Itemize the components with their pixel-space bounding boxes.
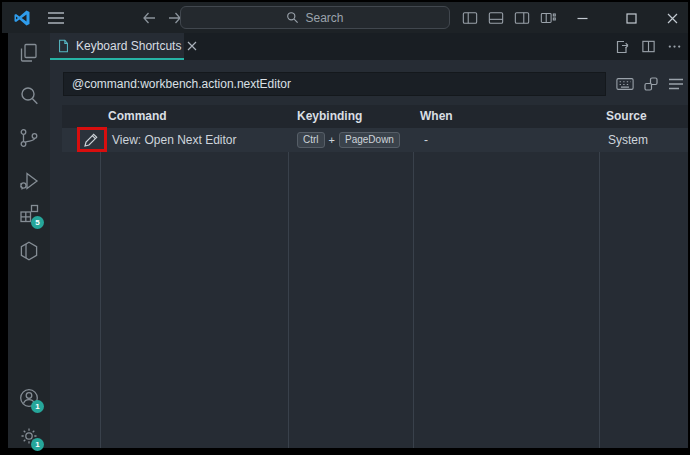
filter-list-icon[interactable] xyxy=(668,77,684,91)
layout-controls xyxy=(462,10,556,26)
close-icon[interactable] xyxy=(663,9,681,27)
titlebar-search-box[interactable]: Search xyxy=(180,6,450,29)
search-view-icon[interactable] xyxy=(17,84,41,108)
column-separator[interactable] xyxy=(413,105,414,448)
keybindings-search-actions xyxy=(616,76,684,92)
column-separator[interactable] xyxy=(100,105,101,448)
table-header-row: Command Keybinding When Source xyxy=(62,105,688,128)
menu-icon[interactable] xyxy=(46,9,66,27)
source-control-icon[interactable] xyxy=(17,126,41,150)
cell-command: View: Open Next Editor xyxy=(112,128,237,152)
sort-precedence-icon[interactable] xyxy=(643,76,659,92)
keybindings-table: Command Keybinding When Source View: Ope… xyxy=(62,105,688,448)
editor-actions xyxy=(614,33,682,60)
tab-keyboard-shortcuts[interactable]: Keyboard Shortcuts xyxy=(50,33,184,60)
accounts-badge: 1 xyxy=(31,400,44,413)
explorer-icon[interactable] xyxy=(17,42,41,66)
tab-close-icon[interactable] xyxy=(187,39,197,53)
cell-source: System xyxy=(608,128,648,152)
header-keybinding[interactable]: Keybinding xyxy=(297,105,362,128)
tab-bar: Keyboard Shortcuts xyxy=(50,33,688,60)
settings-badge: 1 xyxy=(31,438,44,451)
header-command[interactable]: Command xyxy=(108,105,167,128)
run-debug-icon[interactable] xyxy=(17,169,41,193)
tab-label: Keyboard Shortcuts xyxy=(76,39,181,53)
vscode-window: Search xyxy=(0,0,690,455)
extensions-icon[interactable]: 5 xyxy=(17,202,41,226)
keybindings-search-row xyxy=(63,72,684,96)
cell-when: - xyxy=(424,128,428,152)
settings-gear-icon[interactable]: 1 xyxy=(17,424,41,448)
title-bar: Search xyxy=(2,2,688,33)
header-when[interactable]: When xyxy=(420,105,453,128)
search-icon xyxy=(286,11,299,24)
header-source[interactable]: Source xyxy=(606,105,647,128)
minimize-icon[interactable] xyxy=(573,9,591,27)
keybindings-editor: Command Keybinding When Source View: Ope… xyxy=(50,60,688,448)
accounts-icon[interactable]: 1 xyxy=(17,386,41,410)
annotation-box xyxy=(77,127,107,152)
open-keyboard-shortcuts-json-icon[interactable] xyxy=(614,39,630,55)
record-keys-icon[interactable] xyxy=(616,77,634,91)
key-chip: Ctrl xyxy=(297,132,325,148)
cell-keybinding: Ctrl + PageDown xyxy=(297,128,400,152)
column-separator[interactable] xyxy=(288,105,289,448)
more-actions-icon[interactable] xyxy=(667,39,682,54)
toggle-panel-icon[interactable] xyxy=(488,10,504,26)
customize-layout-icon[interactable] xyxy=(540,10,556,26)
vscode-logo-icon xyxy=(12,9,32,27)
activity-bar: 5 1 1 xyxy=(8,33,50,448)
back-icon[interactable] xyxy=(140,9,158,27)
split-editor-icon[interactable] xyxy=(641,39,656,54)
key-chip: PageDown xyxy=(339,132,400,148)
keybindings-search-input[interactable] xyxy=(63,72,606,96)
extensions-badge: 5 xyxy=(31,216,44,229)
toggle-sidebar-icon[interactable] xyxy=(462,10,478,26)
titlebar-search-placeholder: Search xyxy=(305,11,343,25)
toggle-secondary-sidebar-icon[interactable] xyxy=(514,10,530,26)
file-icon xyxy=(57,39,70,53)
table-row[interactable]: View: Open Next Editor Ctrl + PageDown -… xyxy=(62,128,688,152)
maximize-icon[interactable] xyxy=(622,9,640,27)
hexagon-view-icon[interactable] xyxy=(17,239,41,263)
column-separator[interactable] xyxy=(599,105,600,448)
key-separator: + xyxy=(329,134,335,146)
editor-group: Keyboard Shortcuts xyxy=(50,33,688,448)
